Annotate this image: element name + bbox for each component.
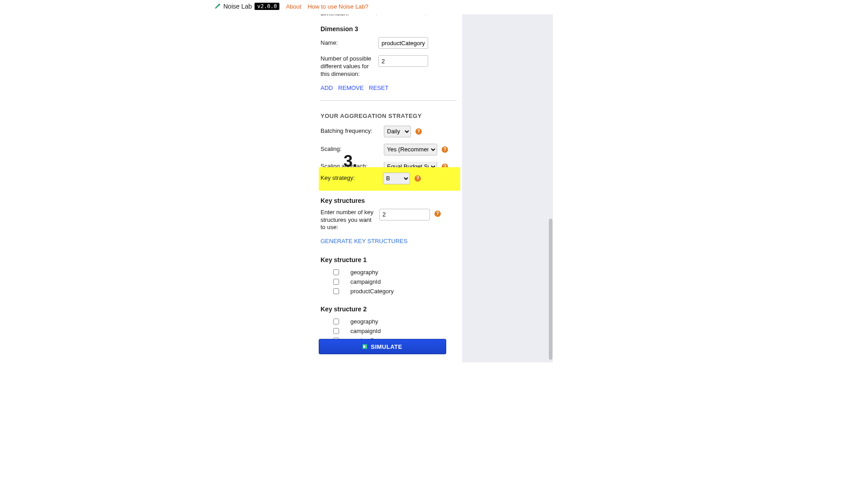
key-strategy-highlight: Key strategy: B ? bbox=[319, 167, 460, 191]
dimension3-heading: Dimension 3 bbox=[321, 25, 457, 33]
config-panel: dimension: Dimension 3 Name: Number of p… bbox=[315, 14, 462, 362]
vertical-scrollbar[interactable] bbox=[548, 16, 553, 361]
scroll-thumb[interactable] bbox=[549, 219, 552, 360]
checkbox-label: campaignId bbox=[350, 328, 381, 334]
dim3-name-label: Name: bbox=[321, 39, 374, 47]
key-strategy-select[interactable]: B bbox=[383, 173, 410, 184]
dim3-count-input[interactable] bbox=[378, 55, 428, 67]
simulate-label: SIMULATE bbox=[371, 343, 402, 350]
dim3-count-label: Number of possible different values for … bbox=[321, 55, 374, 78]
help-icon[interactable]: ? bbox=[415, 128, 422, 135]
ks2-geography-checkbox[interactable] bbox=[333, 319, 339, 324]
ks2-campaignid-checkbox[interactable] bbox=[333, 328, 339, 334]
ks-count-label: Enter number of key structures you want … bbox=[321, 209, 375, 232]
step-annotation-3: 3. bbox=[344, 152, 357, 171]
version-badge: v2.0.0 bbox=[255, 3, 279, 10]
key-structures-heading: Key structures bbox=[321, 197, 457, 204]
ks1-options: geography campaignId productCategory bbox=[331, 268, 457, 296]
batching-label: Batching frequency: bbox=[321, 127, 379, 135]
scaling-approach-select[interactable]: Equal Budget Split bbox=[384, 162, 437, 167]
pencil-icon bbox=[214, 3, 221, 9]
app-title: Noise Lab bbox=[223, 3, 252, 10]
ks1-geography-checkbox[interactable] bbox=[333, 269, 339, 275]
help-icon[interactable]: ? bbox=[442, 164, 448, 167]
checkbox-label: geography bbox=[350, 318, 378, 325]
ks2-heading: Key structure 2 bbox=[321, 305, 457, 313]
prev-dim-count-input[interactable] bbox=[376, 14, 426, 15]
dim3-name-input[interactable] bbox=[378, 37, 428, 49]
help-icon[interactable]: ? bbox=[442, 146, 448, 153]
brand: Noise Lab v2.0.0 bbox=[214, 3, 279, 10]
key-strategy-label: Key strategy: bbox=[321, 174, 378, 182]
ks1-productcategory-checkbox[interactable] bbox=[333, 288, 339, 294]
remove-dimension-button[interactable]: REMOVE bbox=[338, 84, 363, 91]
help-icon[interactable]: ? bbox=[415, 175, 421, 182]
stage: dimension: Dimension 3 Name: Number of p… bbox=[315, 14, 553, 362]
checkbox-label: geography bbox=[350, 269, 378, 276]
add-dimension-button[interactable]: ADD bbox=[321, 84, 333, 91]
previous-dimension-cutoff: dimension: bbox=[321, 14, 457, 15]
generate-key-structures-button[interactable]: GENERATE KEY STRUCTURES bbox=[321, 238, 457, 244]
help-icon[interactable]: ? bbox=[434, 211, 441, 217]
scaling-approach-cutoff: Scaling approach: Equal Budget Split ? bbox=[321, 162, 457, 167]
ks1-campaignid-checkbox[interactable] bbox=[333, 279, 339, 285]
reset-dimensions-button[interactable]: RESET bbox=[369, 84, 388, 91]
checkbox-label: productCategory bbox=[350, 288, 394, 295]
nav-about-link[interactable]: About bbox=[286, 3, 301, 10]
ks-count-input[interactable] bbox=[379, 209, 430, 221]
divider bbox=[321, 100, 457, 101]
ks1-heading: Key structure 1 bbox=[321, 256, 457, 263]
scaling-select[interactable]: Yes (Recommended) bbox=[384, 144, 437, 155]
play-icon bbox=[363, 344, 367, 349]
checkbox-label: campaignId bbox=[350, 278, 381, 285]
nav-howto-link[interactable]: How to use Noise Lab? bbox=[307, 3, 368, 10]
strategy-heading: YOUR AGGREGATION STRATEGY bbox=[321, 113, 457, 119]
app-header: Noise Lab v2.0.0 About How to use Noise … bbox=[214, 0, 868, 13]
batching-select[interactable]: Daily bbox=[384, 126, 411, 137]
simulate-button[interactable]: SIMULATE bbox=[319, 339, 446, 354]
